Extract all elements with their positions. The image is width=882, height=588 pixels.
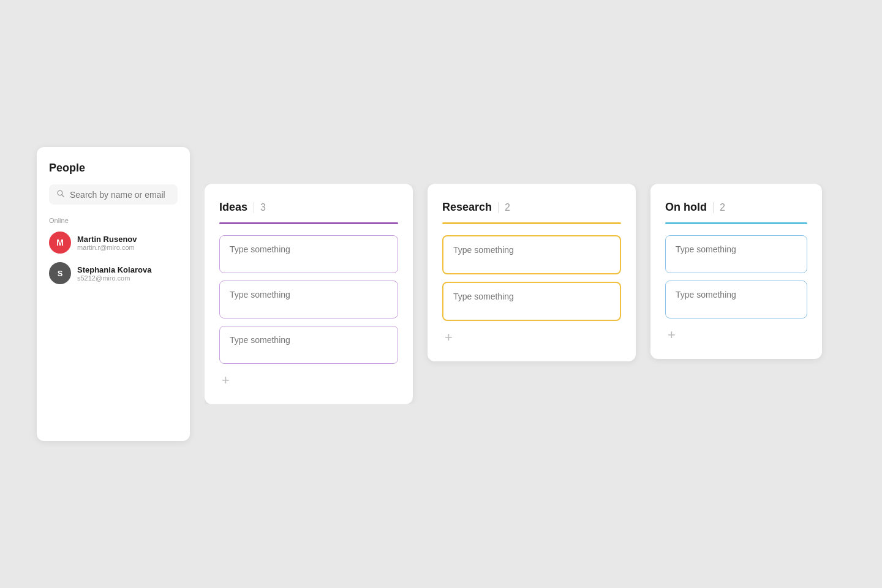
user-info-stephania: Stephania Kolarova s5212@miro.com xyxy=(77,265,151,282)
search-box xyxy=(49,184,178,205)
card-ideas-3[interactable] xyxy=(219,326,398,364)
user-name-stephania: Stephania Kolarova xyxy=(77,265,151,274)
column-line-on-hold xyxy=(665,222,807,224)
column-ideas: Ideas 3 + xyxy=(205,184,413,404)
user-info-martin: Martin Rusenov martin.r@miro.com xyxy=(77,235,137,251)
card-ideas-1[interactable] xyxy=(219,235,398,273)
column-divider-research xyxy=(498,202,499,213)
column-on-hold: On hold 2 + xyxy=(650,184,822,359)
card-ideas-2[interactable] xyxy=(219,281,398,318)
add-card-on-hold[interactable]: + xyxy=(665,326,678,344)
user-name-martin: Martin Rusenov xyxy=(77,235,137,244)
avatar-martin: M xyxy=(49,232,71,254)
column-line-ideas xyxy=(219,222,398,224)
column-title-ideas: Ideas xyxy=(219,201,247,214)
online-label: Online xyxy=(49,217,178,224)
card-on-hold-1[interactable] xyxy=(665,235,807,273)
column-research: Research 2 + xyxy=(428,184,636,361)
column-header-research: Research 2 xyxy=(442,201,621,214)
user-email-martin: martin.r@miro.com xyxy=(77,244,137,251)
column-count-on-hold: 2 xyxy=(720,202,725,213)
column-count-ideas: 3 xyxy=(260,202,266,213)
column-count-research: 2 xyxy=(505,202,510,213)
add-card-research[interactable]: + xyxy=(442,328,455,347)
column-header-on-hold: On hold 2 xyxy=(665,201,807,214)
column-header-ideas: Ideas 3 xyxy=(219,201,398,214)
column-divider-ideas xyxy=(254,202,254,213)
kanban-area: Ideas 3 + Research 2 + On hold 2 + xyxy=(205,184,845,404)
people-panel: People Online M Martin Rusenov martin.r@… xyxy=(37,147,190,441)
card-research-1[interactable] xyxy=(442,235,621,274)
avatar-stephania: S xyxy=(49,262,71,284)
column-title-on-hold: On hold xyxy=(665,201,707,214)
search-input[interactable] xyxy=(70,190,170,200)
user-item-martin: M Martin Rusenov martin.r@miro.com xyxy=(49,232,178,254)
user-item-stephania: S Stephania Kolarova s5212@miro.com xyxy=(49,262,178,284)
search-icon xyxy=(56,189,65,200)
people-title: People xyxy=(49,162,178,175)
card-on-hold-2[interactable] xyxy=(665,281,807,318)
column-line-research xyxy=(442,222,621,224)
card-research-2[interactable] xyxy=(442,282,621,321)
column-title-research: Research xyxy=(442,201,492,214)
svg-line-1 xyxy=(62,195,64,197)
add-card-ideas[interactable]: + xyxy=(219,371,232,390)
user-email-stephania: s5212@miro.com xyxy=(77,274,151,282)
column-divider-on-hold xyxy=(713,202,714,213)
